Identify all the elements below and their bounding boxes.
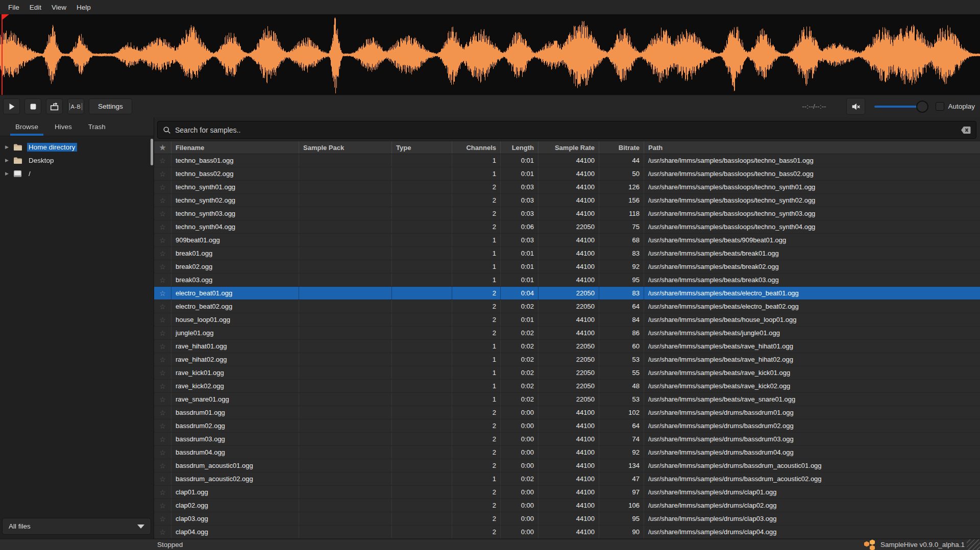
loop-button[interactable] [46,98,63,114]
favorite-star-icon[interactable]: ☆ [159,289,166,297]
tree-item--[interactable]: ▶/ [0,167,154,180]
header-favorite[interactable]: ★ [154,141,172,154]
menu-edit[interactable]: Edit [24,2,46,13]
header-channels[interactable]: Channels [452,141,501,154]
tab-browse[interactable]: Browse [7,117,46,136]
favorite-star-icon[interactable]: ☆ [159,223,166,231]
play-button[interactable] [3,98,20,114]
waveform-panel[interactable] [0,14,980,95]
header-type[interactable]: Type [392,141,452,154]
expand-arrow-icon[interactable]: ▶ [5,158,13,163]
table-row[interactable]: ☆techno_synth02.ogg20:0344100156/usr/sha… [154,194,980,207]
favorite-star-icon[interactable]: ☆ [159,395,166,404]
header-bitrate[interactable]: Bitrate [599,141,644,154]
favorite-star-icon[interactable]: ☆ [159,528,166,536]
favorite-star-icon[interactable]: ☆ [159,263,166,271]
table-row[interactable]: ☆rave_kick01.ogg10:022205055/usr/share/l… [154,366,980,380]
search-input[interactable] [175,126,961,134]
table-row[interactable]: ☆bassdrum_acoustic01.ogg20:0044100134/us… [154,459,980,472]
table-row[interactable]: ☆techno_synth01.ogg20:0344100126/usr/sha… [154,181,980,194]
table-row[interactable]: ☆rave_snare01.ogg10:022205053/usr/share/… [154,393,980,406]
expand-arrow-icon[interactable]: ▶ [5,144,13,149]
favorite-star-icon[interactable]: ☆ [159,356,166,364]
table-row[interactable]: ☆rave_hihat02.ogg10:022205053/usr/share/… [154,353,980,366]
table-row[interactable]: ☆break03.ogg10:014410095/usr/share/lmms/… [154,273,980,287]
playhead-marker[interactable] [2,14,9,20]
favorite-star-icon[interactable]: ☆ [159,448,166,457]
favorite-star-icon[interactable]: ☆ [159,409,166,417]
table-row[interactable]: ☆break01.ogg10:014410083/usr/share/lmms/… [154,247,980,260]
autoplay-checkbox[interactable] [936,102,944,111]
favorite-star-icon[interactable]: ☆ [159,515,166,523]
favorite-star-icon[interactable]: ☆ [159,369,166,377]
header-filename[interactable]: Filename [172,141,299,154]
favorite-star-icon[interactable]: ☆ [159,435,166,443]
resize-grip[interactable] [967,539,980,550]
favorite-star-icon[interactable]: ☆ [159,382,166,390]
table-row[interactable]: ☆house_loop01.ogg20:014410084/usr/share/… [154,313,980,327]
table-row[interactable]: ☆techno_bass01.ogg10:014410044/usr/share… [154,154,980,167]
favorite-star-icon[interactable]: ☆ [159,249,166,258]
table-row[interactable]: ☆clap02.ogg20:0044100106/usr/share/lmms/… [154,499,980,512]
table-row[interactable]: ☆bassdrum02.ogg20:004410064/usr/share/lm… [154,419,980,433]
file-filter-dropdown[interactable]: All files [2,518,151,535]
tab-trash[interactable]: Trash [80,117,114,136]
table-row[interactable]: ☆bassdrum03.ogg20:004410074/usr/share/lm… [154,433,980,446]
sidebar-scrollbar[interactable] [151,139,153,165]
favorite-star-icon[interactable]: ☆ [159,342,166,351]
settings-button[interactable]: Settings [89,98,132,114]
table-row[interactable]: ☆909beat01.ogg10:034410068/usr/share/lmm… [154,234,980,247]
table-row[interactable]: ☆clap04.ogg20:004410090/usr/share/lmms/s… [154,526,980,539]
table-row[interactable]: ☆bassdrum_acoustic02.ogg10:024410047/usr… [154,472,980,486]
menu-file[interactable]: File [3,2,24,13]
expand-arrow-icon[interactable]: ▶ [5,171,13,176]
stop-button[interactable] [24,98,41,114]
table-row[interactable]: ☆electro_beat01.ogg20:042205083/usr/shar… [154,287,980,300]
favorite-star-icon[interactable]: ☆ [159,210,166,218]
favorite-star-icon[interactable]: ☆ [159,462,166,470]
clear-search-icon[interactable] [961,126,971,134]
tab-hives[interactable]: Hives [46,117,80,136]
favorite-star-icon[interactable]: ☆ [159,316,166,324]
mute-button[interactable] [846,98,865,115]
table-row[interactable]: ☆techno_synth03.ogg20:0344100118/usr/sha… [154,207,980,220]
search-bar[interactable] [157,121,976,139]
header-sample-pack[interactable]: Sample Pack [299,141,392,154]
menu-view[interactable]: View [46,2,71,13]
favorite-star-icon[interactable]: ☆ [159,236,166,244]
cell-path: /usr/share/lmms/samples/bassloops/techno… [644,154,980,167]
header-sample-rate[interactable]: Sample Rate [538,141,599,154]
cell-channels: 2 [452,512,501,525]
favorite-star-icon[interactable]: ☆ [159,329,166,337]
table-row[interactable]: ☆techno_bass02.ogg10:014410050/usr/share… [154,167,980,181]
table-row[interactable]: ☆electro_beat02.ogg20:022205064/usr/shar… [154,300,980,313]
favorite-star-icon[interactable]: ☆ [159,170,166,178]
table-row[interactable]: ☆clap01.ogg20:004410097/usr/share/lmms/s… [154,486,980,499]
header-length[interactable]: Length [501,141,538,154]
menu-help[interactable]: Help [71,2,96,13]
tree-item-home-directory[interactable]: ▶Home directory [0,140,154,154]
favorite-star-icon[interactable]: ☆ [159,422,166,430]
table-row[interactable]: ☆techno_synth04.ogg20:062205075/usr/shar… [154,220,980,234]
favorite-star-icon[interactable]: ☆ [159,276,166,284]
favorite-star-icon[interactable]: ☆ [159,502,166,510]
favorite-star-icon[interactable]: ☆ [159,475,166,483]
table-row[interactable]: ☆clap03.ogg20:004410095/usr/share/lmms/s… [154,512,980,526]
tree-item-desktop[interactable]: ▶Desktop [0,154,154,167]
table-row[interactable]: ☆jungle01.ogg20:024410086/usr/share/lmms… [154,327,980,340]
favorite-star-icon[interactable]: ☆ [159,157,166,165]
cell-bitrate: 64 [599,300,644,313]
table-row[interactable]: ☆break02.ogg10:014410092/usr/share/lmms/… [154,260,980,273]
favorite-star-icon[interactable]: ☆ [159,183,166,191]
volume-slider[interactable] [874,101,925,113]
table-row[interactable]: ☆bassdrum01.ogg20:0044100102/usr/share/l… [154,406,980,419]
table-row[interactable]: ☆bassdrum04.ogg20:004410092/usr/share/lm… [154,446,980,459]
favorite-star-icon[interactable]: ☆ [159,488,166,496]
table-row[interactable]: ☆rave_kick02.ogg10:022205048/usr/share/l… [154,380,980,393]
header-path[interactable]: Path [644,141,980,154]
table-row[interactable]: ☆rave_hihat01.ogg10:022205060/usr/share/… [154,340,980,353]
favorite-star-icon[interactable]: ☆ [159,196,166,205]
ab-loop-button[interactable]: A-B [67,98,84,114]
volume-slider-knob[interactable] [916,101,928,113]
favorite-star-icon[interactable]: ☆ [159,303,166,311]
